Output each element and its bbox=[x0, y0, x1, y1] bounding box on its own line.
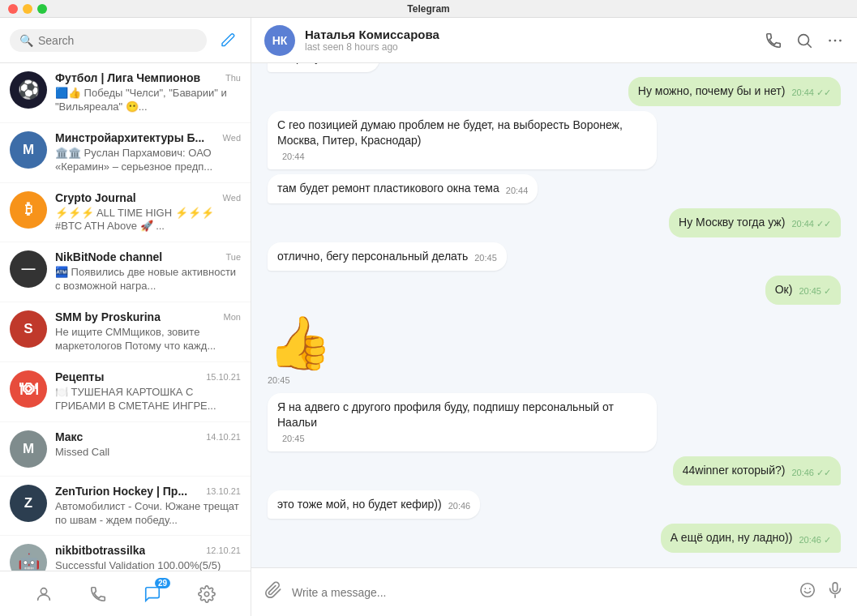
chat-preview: ⚡⚡⚡ ALL TIME HIGH ⚡⚡⚡ #BTC ATH Above 🚀 .… bbox=[55, 207, 241, 234]
chat-info: Crypto JournalWed⚡⚡⚡ ALL TIME HIGH ⚡⚡⚡ #… bbox=[55, 191, 241, 234]
chat-item[interactable]: ₿Crypto JournalWed⚡⚡⚡ ALL TIME HIGH ⚡⚡⚡ … bbox=[0, 183, 251, 243]
message-row: там будет ремонт пластикового окна тема2… bbox=[268, 174, 841, 203]
chat-list: ⚽Футбол | Лига ЧемпионовThu🟦👍 Победы "Че… bbox=[0, 63, 251, 571]
search-messages-button[interactable] bbox=[795, 32, 813, 49]
message-content: там будет ремонт пластикового окна тема2… bbox=[277, 181, 528, 197]
message-content: С гео позицией думаю проблем не будет, н… bbox=[277, 118, 647, 164]
chat-avatar: ₿ bbox=[10, 191, 47, 229]
chat-name: Футбол | Лига Чемпионов bbox=[55, 71, 200, 84]
chat-preview: 🍽️ ТУШЕНАЯ КАРТОШКА С ГРИБАМИ В СМЕТАНЕ … bbox=[55, 386, 241, 413]
message-time: 20:44 ✓✓ bbox=[791, 87, 831, 99]
message-text: это тоже мой, но будет кефир)) bbox=[277, 497, 442, 513]
chat-preview: Successful Validation 100.00%(5/5) 97.06… bbox=[55, 559, 241, 571]
chat-info: Рецепты15.10.21🍽️ ТУШЕНАЯ КАРТОШКА С ГРИ… bbox=[55, 370, 241, 413]
chat-info: NikBitNode channelTue🏧 Появились две нов… bbox=[55, 250, 241, 293]
voice-call-button[interactable] bbox=[765, 32, 782, 49]
title-bar: Telegram bbox=[0, 0, 857, 18]
message-time: 20:45 bbox=[268, 375, 332, 385]
sidebar: 🔍 ⚽Футбол | Лига ЧемпионовThu🟦👍 Победы "… bbox=[0, 18, 251, 616]
chat-info: Футбол | Лига ЧемпионовThu🟦👍 Победы "Чел… bbox=[55, 71, 241, 114]
input-area bbox=[251, 567, 857, 616]
message-content: А ещё один, ну ладно))20:46 ✓ bbox=[671, 530, 831, 546]
compose-button[interactable] bbox=[215, 28, 241, 53]
chat-time: 13.10.21 bbox=[206, 486, 241, 496]
chat-name: Минстройархитектуры Б... bbox=[55, 131, 204, 144]
message-time: 20:45 bbox=[474, 252, 497, 264]
message-row: Ну Москву тогда уж)20:44 ✓✓ bbox=[268, 208, 841, 237]
messages-area: Приветствую, ну Авито да, а вот Услуги с… bbox=[251, 63, 857, 567]
message-text: отлично, бегу персональный делать bbox=[277, 249, 468, 265]
message-content: Я на адвего с другого профиля буду, подп… bbox=[277, 400, 647, 446]
chat-item[interactable]: —NikBitNode channelTue🏧 Появились две но… bbox=[0, 242, 251, 302]
message-content: Ок)20:45 ✓ bbox=[775, 282, 831, 298]
chat-preview: Missed Call bbox=[55, 446, 241, 460]
emoji-button[interactable] bbox=[799, 581, 816, 603]
chats-badge: 29 bbox=[155, 578, 170, 588]
svg-point-7 bbox=[804, 588, 806, 589]
settings-button[interactable] bbox=[192, 580, 221, 609]
search-bar[interactable]: 🔍 bbox=[10, 29, 207, 52]
message-time: 20:44 ✓✓ bbox=[791, 218, 831, 230]
chat-name: Рецепты bbox=[55, 370, 104, 383]
chat-preview: Не ищите СММщиков, зовите маркетологов П… bbox=[55, 326, 241, 353]
chat-item[interactable]: 🤖nikbitbotrassilka12.10.21Successful Val… bbox=[0, 536, 251, 571]
message-input[interactable] bbox=[292, 586, 789, 599]
message-time: 20:46 bbox=[448, 500, 471, 512]
chat-item[interactable]: SSMM by ProskurinaMonНе ищите СММщиков, … bbox=[0, 302, 251, 362]
message-row: Ну можно, почему бы и нет)20:44 ✓✓ bbox=[268, 77, 841, 106]
chat-preview: 🟦👍 Победы "Челси", "Баварии" и "Вильяреа… bbox=[55, 87, 241, 114]
chat-name: nikbitbotrassilka bbox=[55, 544, 145, 557]
chat-item[interactable]: ZZenTurion Hockey | Пр...13.10.21Автомоб… bbox=[0, 477, 251, 537]
chat-preview: 🏧 Появились две новые активности с возмо… bbox=[55, 266, 241, 293]
maximize-button[interactable] bbox=[37, 4, 47, 14]
voice-message-button[interactable] bbox=[826, 581, 844, 603]
chat-avatar: 🍽 bbox=[10, 370, 47, 408]
message-text: попробуем? bbox=[277, 63, 341, 66]
svg-point-2 bbox=[799, 34, 809, 45]
chat-header-info: Наталья Комиссарова last seen 8 hours ag… bbox=[305, 28, 755, 53]
calls-button[interactable] bbox=[84, 580, 113, 609]
chat-header-avatar: НК bbox=[264, 25, 295, 56]
message-bubble: Я на адвего с другого профиля буду, подп… bbox=[268, 393, 657, 452]
chat-info: SMM by ProskurinaMonНе ищите СММщиков, з… bbox=[55, 310, 241, 353]
close-button[interactable] bbox=[8, 4, 18, 14]
message-time: 20:46 ✓ bbox=[799, 534, 831, 546]
chat-item[interactable]: 🍽Рецепты15.10.21🍽️ ТУШЕНАЯ КАРТОШКА С ГР… bbox=[0, 362, 251, 422]
svg-point-8 bbox=[809, 588, 811, 589]
chat-name: NikBitNode channel bbox=[55, 250, 162, 263]
chat-info: Макс14.10.21Missed Call bbox=[55, 430, 241, 460]
message-bubble: там будет ремонт пластикового окна тема2… bbox=[268, 174, 538, 203]
message-time: 20:44 bbox=[506, 185, 529, 197]
sidebar-bottom: 29 bbox=[0, 571, 251, 616]
more-options-button[interactable] bbox=[826, 32, 844, 49]
message-row: Ок)20:45 ✓ bbox=[268, 276, 841, 305]
chat-time: 14.10.21 bbox=[206, 432, 241, 442]
chat-avatar: S bbox=[10, 310, 47, 348]
chat-item[interactable]: ⚽Футбол | Лига ЧемпионовThu🟦👍 Победы "Че… bbox=[0, 63, 251, 123]
message-bubble: Ок)20:45 ✓ bbox=[765, 276, 841, 305]
message-time: 20:44 bbox=[282, 151, 305, 163]
chat-item[interactable]: ММакс14.10.21Missed Call bbox=[0, 422, 251, 477]
sidebar-header: 🔍 bbox=[0, 18, 251, 63]
profile-button[interactable] bbox=[29, 580, 58, 609]
chat-item[interactable]: ММинстройархитектуры Б...Wed🏛️🏛️ Руслан … bbox=[0, 123, 251, 183]
chat-info: nikbitbotrassilka12.10.21Successful Vali… bbox=[55, 544, 241, 571]
attach-button[interactable] bbox=[264, 581, 282, 604]
message-row: С гео позицией думаю проблем не будет, н… bbox=[268, 111, 841, 170]
chat-time: Thu bbox=[225, 73, 241, 83]
chat-preview: Автомобилист - Сочи. Южане трещат по шва… bbox=[55, 500, 241, 528]
chats-button[interactable]: 29 bbox=[138, 580, 167, 609]
chat-avatar: Z bbox=[10, 485, 47, 522]
input-right-buttons bbox=[799, 581, 844, 603]
chat-time: 12.10.21 bbox=[206, 545, 241, 555]
chat-header: НК Наталья Комиссарова last seen 8 hours… bbox=[251, 18, 857, 63]
search-input[interactable] bbox=[38, 34, 197, 47]
message-text: 44winner который?) bbox=[683, 463, 786, 479]
svg-point-3 bbox=[829, 39, 831, 41]
minimize-button[interactable] bbox=[23, 4, 32, 14]
chat-header-name: Наталья Комиссарова bbox=[305, 28, 755, 41]
chat-name: ZenTurion Hockey | Пр... bbox=[55, 485, 187, 498]
message-bubble: С гео позицией думаю проблем не будет, н… bbox=[268, 111, 657, 170]
app-title: Telegram bbox=[407, 3, 449, 15]
message-row: отлично, бегу персональный делать20:45 bbox=[268, 242, 841, 272]
